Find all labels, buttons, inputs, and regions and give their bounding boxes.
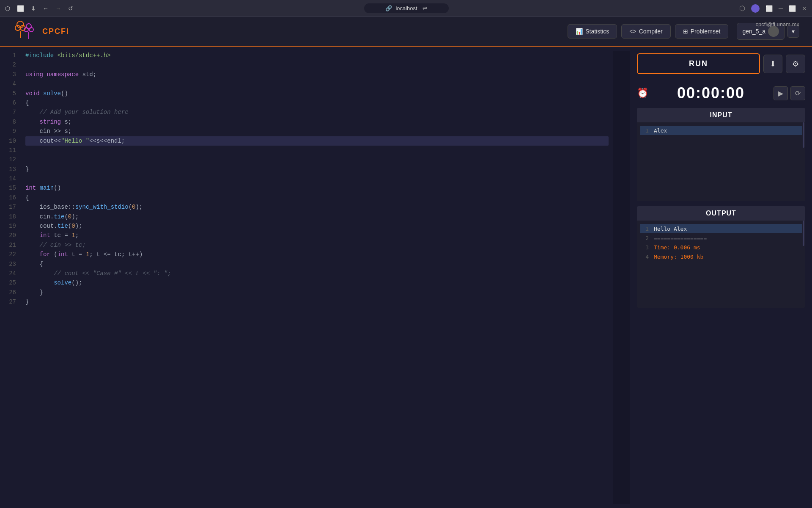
- address-pill[interactable]: 🔗 localhost ⇌: [364, 3, 449, 13]
- maximize-icon[interactable]: ⬜: [789, 5, 796, 12]
- output-line-3: 3 Time: 0.006 ms: [640, 243, 802, 252]
- ln-14: 14: [5, 174, 16, 183]
- email-display: cpcfi@fi.unam.mx: [756, 21, 800, 28]
- code-line-2: [25, 60, 609, 69]
- reload-btn[interactable]: ↺: [68, 5, 73, 12]
- input-panel: INPUT 1 Alex: [637, 108, 805, 201]
- ln-2: 2: [5, 60, 16, 69]
- output-line-4: 4 Memory: 1000 kb: [640, 252, 802, 261]
- play-icon: ▶: [778, 90, 783, 97]
- timer-play-btn[interactable]: ▶: [774, 86, 788, 100]
- ln-22: 22: [5, 250, 16, 259]
- address-text: localhost: [395, 5, 417, 11]
- compiler-btn[interactable]: <> Compiler: [621, 24, 670, 39]
- code-line-18: cin.tie(0);: [25, 212, 609, 221]
- browser-right-icons: ⬡ ⬜ ─ ⬜ ✕: [739, 4, 807, 13]
- connection-icon: 🔗: [385, 5, 392, 11]
- reset-icon: ⟳: [795, 90, 801, 97]
- windows-icon[interactable]: ⬜: [765, 5, 773, 12]
- timer-controls: ▶ ⟳: [774, 86, 805, 100]
- ln-23: 23: [5, 260, 16, 269]
- line-numbers: 1 2 3 4 5 6 7 8 9 10 11 12 13 14 15 16 1…: [0, 51, 21, 504]
- output-line-2: 2 ================: [640, 233, 802, 243]
- statistics-btn[interactable]: 📊 Statistics: [568, 24, 617, 39]
- code-line-13: }: [25, 165, 609, 174]
- ln-19: 19: [5, 221, 16, 231]
- address-bar: 🔗 localhost ⇌: [77, 3, 736, 13]
- code-line-17: ios_base::sync_with_stdio(0);: [25, 202, 609, 212]
- code-line-11: [25, 146, 609, 155]
- input-scrollbar[interactable]: [803, 122, 804, 148]
- extensions-icon[interactable]: ⬡: [739, 4, 745, 12]
- code-editor[interactable]: 1 2 3 4 5 6 7 8 9 10 11 12 13 14 15 16 1…: [0, 47, 630, 508]
- logo-area: CPCFI: [13, 19, 69, 44]
- code-line-26: }: [25, 288, 609, 297]
- ln-3: 3: [5, 70, 16, 79]
- right-panel: RUN ⬇ ⚙ ⏰ 00:00:00 ▶ ⟳: [630, 47, 812, 508]
- code-line-9: cin >> s;: [25, 127, 609, 136]
- ln-26: 26: [5, 288, 16, 297]
- statistics-icon: 📊: [576, 28, 583, 35]
- sidebar-toggle[interactable]: ⬜: [17, 5, 24, 12]
- logo-text: CPCFI: [42, 27, 69, 36]
- code-line-1: #include <bits/stdc++.h>: [25, 51, 609, 60]
- code-line-5: void solve(): [25, 89, 609, 98]
- output-panel: OUTPUT 1 Hello Alex 2 ================ 3…: [637, 206, 805, 308]
- output-content[interactable]: 1 Hello Alex 2 ================ 3 Time: …: [637, 221, 805, 308]
- back-btn[interactable]: ←: [43, 5, 49, 12]
- ln-15: 15: [5, 183, 16, 193]
- input-header: INPUT: [637, 108, 805, 122]
- close-icon[interactable]: ✕: [802, 5, 807, 12]
- editor-inner: 1 2 3 4 5 6 7 8 9 10 11 12 13 14 15 16 1…: [0, 47, 630, 508]
- code-line-24: // cout << "Case #" << t << ": ";: [25, 269, 609, 278]
- ln-25: 25: [5, 278, 16, 287]
- code-line-3: using namespace std;: [25, 70, 609, 79]
- profile-circle[interactable]: [751, 4, 760, 13]
- ln-20: 20: [5, 231, 16, 240]
- minimize-icon[interactable]: ─: [779, 5, 783, 12]
- code-line-4: [25, 79, 609, 88]
- ln-13: 13: [5, 165, 16, 174]
- code-line-27: }: [25, 297, 609, 306]
- ln-7: 7: [5, 108, 16, 117]
- code-line-15: int main(): [25, 183, 609, 193]
- output-text-3: Time: 0.006 ms: [654, 244, 700, 251]
- settings-icon: ⚙: [792, 60, 799, 68]
- ln-6: 6: [5, 98, 16, 108]
- user-label: gen_5_a: [742, 28, 765, 35]
- output-scrollbar[interactable]: [803, 221, 804, 246]
- output-text-2: ================: [654, 235, 707, 241]
- ln-18: 18: [5, 212, 16, 221]
- code-line-12: [25, 155, 609, 164]
- browser-chrome: ⬡ ⬜ ⬇ ← → ↺ 🔗 localhost ⇌ ⬡ ⬜ ─ ⬜ ✕: [0, 0, 812, 17]
- code-line-6: {: [25, 98, 609, 108]
- timer-reset-btn[interactable]: ⟳: [790, 86, 805, 100]
- forward-btn[interactable]: →: [55, 5, 61, 12]
- ln-10: 10: [5, 136, 16, 146]
- ln-21: 21: [5, 240, 16, 250]
- problemset-btn[interactable]: ⊞ Problemset: [675, 24, 729, 39]
- output-linenum-1: 1: [642, 226, 649, 232]
- output-line-1: 1 Hello Alex: [640, 224, 802, 233]
- settings-btn[interactable]: ⚙: [786, 55, 805, 73]
- app-bar: CPCFI cpcfi@fi.unam.mx 📊 Statistics <> C…: [0, 17, 812, 47]
- download-icon[interactable]: ⬇: [31, 5, 36, 12]
- run-button[interactable]: RUN: [637, 53, 760, 74]
- ln-17: 17: [5, 202, 16, 212]
- code-line-10: cout<<"Hello "<<s<<endl;: [25, 136, 609, 146]
- code-line-8: string s;: [25, 117, 609, 127]
- ln-16: 16: [5, 193, 16, 202]
- problemset-icon: ⊞: [683, 28, 688, 35]
- code-line-21: // cin >> tc;: [25, 240, 609, 250]
- code-line-22: for (int t = 1; t <= tc; t++): [25, 250, 609, 259]
- logo-svg: [13, 19, 38, 44]
- panels-wrapper: INPUT 1 Alex OUTPUT 1 Hello Alex: [630, 105, 812, 508]
- ln-12: 12: [5, 155, 16, 164]
- clock-icon: ⏰: [637, 88, 648, 99]
- minimap: [613, 51, 630, 504]
- code-line-23: {: [25, 260, 609, 269]
- code-line-19: cout.tie(0);: [25, 221, 609, 231]
- input-content[interactable]: 1 Alex: [637, 122, 805, 201]
- code-content[interactable]: #include <bits/stdc++.h> using namespace…: [21, 51, 613, 504]
- download-output-btn[interactable]: ⬇: [763, 55, 782, 73]
